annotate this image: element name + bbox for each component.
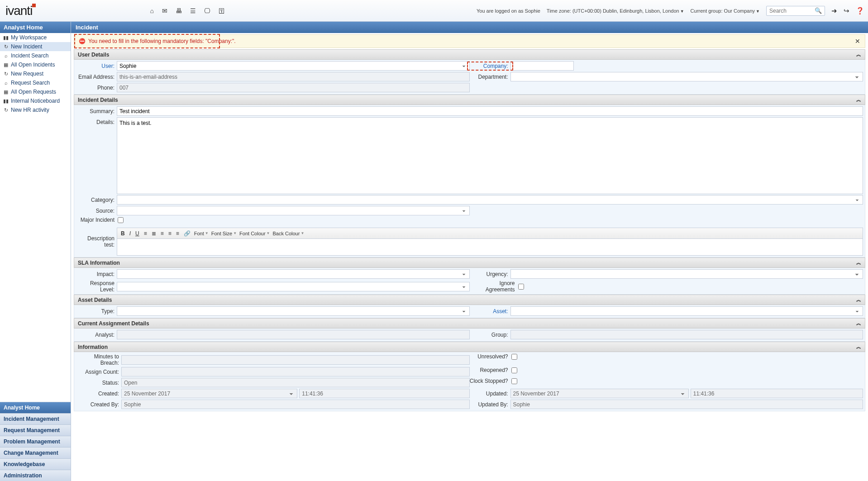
company-input[interactable]: [510, 61, 574, 71]
type-input[interactable]: [117, 306, 470, 316]
clock-stopped-label: Clock Stopped?: [470, 378, 510, 384]
rte-align-center-button[interactable]: ≡: [167, 230, 172, 237]
section-asset: Asset Details︽: [74, 295, 865, 305]
major-incident-label: Major Incident: [76, 217, 117, 223]
rte-link-button[interactable]: 🔗: [183, 230, 191, 237]
login-icon[interactable]: ↪: [844, 7, 849, 15]
rte-align-right-button[interactable]: ≡: [175, 230, 180, 237]
global-search[interactable]: 🔍: [766, 6, 825, 16]
search-input[interactable]: [767, 8, 812, 14]
collapse-icon[interactable]: ︽: [856, 320, 861, 327]
rte-size-select[interactable]: Font Size▼: [211, 231, 237, 236]
rte-italic-button[interactable]: I: [129, 230, 132, 237]
nav-administration[interactable]: Administration: [0, 470, 71, 481]
nav-problem-management[interactable]: Problem Management: [0, 436, 71, 447]
section-assignment: Current Assignment Details︽: [74, 318, 865, 329]
nav-incident-management[interactable]: Incident Management: [0, 413, 71, 424]
search-icon[interactable]: 🔍: [812, 7, 825, 14]
timezone-selector[interactable]: Time zone: (UTC+00:00) Dublin, Edinburgh…: [547, 8, 684, 14]
collapse-icon[interactable]: ︽: [856, 296, 861, 303]
summary-input[interactable]: [117, 106, 863, 116]
reopened-checkbox[interactable]: [511, 367, 517, 373]
minutes-label: Minutes to Breach:: [76, 353, 121, 366]
department-input[interactable]: [510, 72, 863, 81]
created-time-input: [299, 389, 469, 398]
created-by-input: [121, 400, 470, 409]
collapse-icon[interactable]: ︽: [856, 259, 861, 266]
mail-icon[interactable]: ✉: [162, 7, 167, 14]
group-selector[interactable]: Current group: Our Company▼: [691, 8, 760, 14]
refresh-icon: ↻: [3, 71, 9, 77]
rte-bold-button[interactable]: B: [120, 230, 126, 237]
nav-request-management[interactable]: Request Management: [0, 424, 71, 436]
urgency-label: Urgency:: [470, 271, 510, 277]
chart-icon: ▮▮: [3, 98, 9, 104]
asset-input[interactable]: [510, 306, 863, 316]
rte-ol-button[interactable]: ≡: [143, 230, 148, 237]
phone-input: [117, 83, 470, 92]
sidebar-item-my-workspace[interactable]: ▮▮My Workspace: [0, 33, 71, 42]
sidebar-item-new-incident[interactable]: ↻New Incident: [0, 42, 71, 51]
asset-label[interactable]: Asset:: [470, 308, 510, 314]
rte-font-select[interactable]: Font▼: [194, 231, 209, 236]
sidebar-item-new-hr-activity[interactable]: ↻New HR activity: [0, 105, 71, 114]
collapse-icon[interactable]: ︽: [856, 96, 861, 103]
rte-editor[interactable]: [117, 238, 863, 256]
rte-underline-button[interactable]: U: [134, 230, 140, 237]
user-input[interactable]: [117, 61, 470, 71]
sidebar-item-new-request[interactable]: ↻New Request: [0, 69, 71, 78]
alert-text: You need to fill in the following mandat…: [88, 38, 236, 44]
source-label: Source:: [76, 208, 117, 214]
response-level-input[interactable]: [117, 282, 470, 291]
logged-on-label: You are logged on as Sophie: [477, 8, 540, 14]
ignore-agreements-checkbox[interactable]: [518, 284, 524, 290]
company-label[interactable]: Company:: [470, 63, 510, 69]
impact-input[interactable]: [117, 269, 470, 279]
sidebar-item-all-open-requests[interactable]: ▦All Open Requests: [0, 87, 71, 96]
list-icon[interactable]: ☰: [190, 7, 196, 14]
rte-ul-button[interactable]: ≣: [151, 230, 157, 237]
help-icon[interactable]: ❓: [856, 7, 864, 15]
nav-analyst-home[interactable]: Analyst Home: [0, 402, 71, 413]
monitor-icon[interactable]: 🖵: [204, 7, 210, 14]
section-information: Information︽: [74, 342, 865, 352]
clock-stopped-checkbox[interactable]: [511, 378, 517, 384]
nav-knowledgebase[interactable]: Knowledgebase: [0, 458, 71, 470]
rte-align-left-button[interactable]: ≡: [160, 230, 165, 237]
key-icon[interactable]: ⚿: [219, 7, 225, 14]
updated-date-input: [510, 389, 689, 398]
source-input[interactable]: [117, 206, 470, 215]
analyst-input: [117, 330, 470, 339]
response-level-label: Response Level:: [76, 280, 117, 293]
unresolved-checkbox[interactable]: [511, 354, 517, 360]
nav-change-management[interactable]: Change Management: [0, 447, 71, 458]
user-label[interactable]: User:: [76, 63, 117, 69]
sidebar-item-noticeboard[interactable]: ▮▮Internal Noticeboard: [0, 96, 71, 105]
rte-backcolour-select[interactable]: Back Colour▼: [272, 231, 304, 236]
department-label: Department:: [470, 74, 510, 80]
print-icon[interactable]: 🖶: [176, 7, 182, 14]
refresh-icon: ↻: [3, 107, 9, 113]
urgency-input[interactable]: [510, 269, 863, 279]
sidebar-item-request-search[interactable]: ⌕Request Search: [0, 78, 71, 87]
updated-time-input: [691, 389, 863, 398]
details-textarea[interactable]: [117, 117, 863, 194]
major-incident-checkbox[interactable]: [118, 217, 124, 223]
collapse-icon[interactable]: ︽: [856, 343, 861, 350]
rte-fontcolour-select[interactable]: Font Colour▼: [239, 231, 270, 236]
refresh-icon: ↻: [3, 44, 9, 50]
category-input[interactable]: [117, 195, 863, 205]
group-label: Group:: [470, 332, 510, 338]
collapse-icon[interactable]: ︽: [856, 51, 861, 58]
minutes-input: [121, 355, 470, 365]
description-test-label: Description test:: [76, 235, 117, 248]
sidebar-title: Analyst Home: [0, 22, 71, 33]
home-icon[interactable]: ⌂: [150, 7, 153, 14]
impact-label: Impact:: [76, 271, 117, 277]
details-label: Details:: [76, 117, 117, 125]
alert-close-icon[interactable]: ✕: [855, 38, 860, 45]
group-input: [510, 330, 863, 339]
forward-icon[interactable]: ➜: [831, 7, 837, 15]
sidebar-item-incident-search[interactable]: ⌕Incident Search: [0, 51, 71, 60]
sidebar-item-all-open-incidents[interactable]: ▦All Open Incidents: [0, 60, 71, 69]
